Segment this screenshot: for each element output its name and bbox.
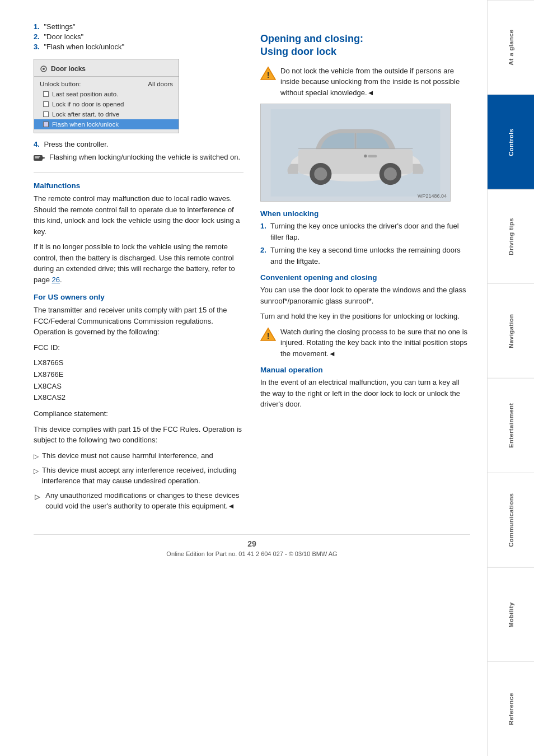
menu-screenshot: Door locks Unlock button: All doors Last…: [34, 59, 179, 133]
menu-row-4-selected: Flash when lock/unlock: [34, 119, 179, 129]
for-us-para1: The transmitter and receiver units compl…: [34, 305, 243, 338]
sidebar-tab-navigation[interactable]: Navigation: [488, 283, 534, 378]
fcc-id-2: LX8766E: [34, 369, 243, 381]
footer-text: Online Edition for Part no. 01 41 2 604 …: [34, 550, 470, 557]
svg-rect-18: [368, 155, 377, 157]
warning-text-2: Watch during the closing process to be s…: [280, 326, 470, 360]
checkbox-3: [43, 111, 49, 117]
menu-row-3: Lock after start. to drive: [34, 109, 179, 119]
malfunctions-heading: Malfunctions: [34, 181, 243, 190]
main-content: 1. "Settings" 2. "Door locks" 3. "Flash …: [0, 0, 487, 756]
convenient-para1: You can use the door lock to operate the…: [260, 284, 470, 306]
list-text-1: "Settings": [44, 22, 75, 31]
gear-icon: [40, 65, 48, 73]
svg-marker-5: [35, 495, 40, 500]
two-col-layout: 1. "Settings" 2. "Door locks" 3. "Flash …: [34, 22, 470, 517]
arrow-icon-2: ▷: [34, 466, 39, 476]
indicator-text: Flashing when locking/unlocking the vehi…: [49, 153, 240, 161]
manual-op-heading: Manual operation: [260, 366, 470, 374]
svg-point-1: [43, 68, 45, 70]
sidebar-tab-at-a-glance[interactable]: At a glance: [488, 0, 534, 95]
warning-box-2: ! Watch during the closing process to be…: [260, 326, 470, 360]
convenient-para2: Turn and hold the key in the positions f…: [260, 311, 470, 322]
step4-text: 4. Press the controller.: [34, 140, 243, 148]
info-box-fcc: Any unauthorized modifications or change…: [34, 490, 243, 512]
menu-row-label-1: Last seat position auto.: [52, 91, 118, 97]
unlock-step-2: 2. Turning the key a second time unlocks…: [260, 245, 470, 267]
checkbox-1: [43, 91, 49, 97]
sidebar-tab-controls[interactable]: Controls: [488, 95, 534, 189]
divider-1: [34, 172, 243, 172]
sidebar-tab-entertainment[interactable]: Entertainment: [488, 378, 534, 473]
compliance-label: Compliance statement:: [34, 408, 243, 419]
warning-triangle-icon-2: !: [260, 326, 276, 342]
bullet-2: ▷ This device must accept any interferen…: [34, 465, 243, 487]
svg-text:!: !: [267, 332, 270, 340]
warning-text-1: Do not lock the vehicle from the outside…: [280, 66, 470, 99]
fcc-id-label: FCC ID:: [34, 342, 243, 353]
menu-row-label-2: Lock if no door is opened: [52, 101, 124, 108]
menu-row-label-3: Lock after start. to drive: [52, 111, 119, 118]
car-image-label: WP21486.04: [418, 193, 447, 199]
svg-text:!: !: [267, 71, 270, 80]
unlock-step-1: 1. Turning the key once unlocks the driv…: [260, 221, 470, 242]
list-item-3: 3. "Flash when lock/unlock": [34, 43, 243, 51]
page-number: 29: [34, 539, 470, 548]
when-unlocking-steps: 1. Turning the key once unlocks the driv…: [260, 221, 470, 267]
right-column: Opening and closing: Using door lock ! D…: [260, 22, 470, 517]
convenient-heading: Convenient opening and closing: [260, 273, 470, 282]
sidebar-tab-driving-tips[interactable]: Driving tips: [488, 189, 534, 284]
malfunctions-para2: If it is no longer possible to lock the …: [34, 241, 243, 285]
warning-box-1: ! Do not lock the vehicle from the outsi…: [260, 66, 470, 99]
list-item-1: 1. "Settings": [34, 22, 243, 31]
list-item-2: 2. "Door locks": [34, 32, 243, 41]
svg-point-19: [364, 155, 367, 157]
opening-closing-heading: Opening and closing: Using door lock: [260, 32, 470, 59]
when-unlocking-heading: When unlocking: [260, 209, 470, 218]
indicator-icon: [34, 153, 46, 163]
sidebar-tab-mobility[interactable]: Mobility: [488, 567, 534, 662]
indicator-row: Flashing when locking/unlocking the vehi…: [34, 153, 243, 163]
menu-header-row: Unlock button: All doors: [34, 79, 179, 89]
menu-row-2: Lock if no door is opened: [34, 99, 179, 109]
warning-triangle-icon: !: [260, 66, 276, 81]
left-column: 1. "Settings" 2. "Door locks" 3. "Flash …: [34, 22, 243, 517]
manual-op-para: In the event of an electrical malfunctio…: [260, 377, 470, 410]
menu-unlock-label: Unlock button:: [40, 81, 81, 87]
svg-point-15: [314, 167, 327, 180]
checkbox-4: [43, 122, 49, 127]
list-num-3: 3.: [34, 43, 40, 51]
menu-title: Door locks: [34, 63, 179, 77]
step4-num: 4.: [34, 140, 40, 148]
sidebar: At a glance Controls Driving tips Naviga…: [487, 0, 534, 756]
list-num-1: 1.: [34, 22, 40, 31]
checkbox-2: [43, 101, 49, 107]
list-text-3: "Flash when lock/unlock": [44, 43, 124, 51]
fcc-id-3: LX8CAS: [34, 381, 243, 393]
car-svg: [270, 109, 441, 197]
bullet-1: ▷ This device must not cause harmful int…: [34, 450, 243, 461]
car-image: WP21486.04: [260, 104, 451, 202]
fcc-id-4: LX8CAS2: [34, 392, 243, 404]
arrow-icon-1: ▷: [34, 451, 39, 461]
numbered-list: 1. "Settings" 2. "Door locks" 3. "Flash …: [34, 22, 243, 51]
fcc-id-list: LX8766S LX8766E LX8CAS LX8CAS2: [34, 357, 243, 404]
page-footer: 29 Online Edition for Part no. 01 41 2 6…: [34, 534, 470, 557]
page-link-26[interactable]: 26: [52, 276, 60, 284]
menu-unlock-value: All doors: [148, 81, 173, 87]
sidebar-tab-communications[interactable]: Communications: [488, 473, 534, 567]
page-wrapper: 1. "Settings" 2. "Door locks" 3. "Flash …: [0, 0, 534, 756]
fcc-id-1: LX8766S: [34, 357, 243, 369]
list-text-2: "Door locks": [44, 32, 83, 41]
menu-row-1: Last seat position auto.: [34, 89, 179, 99]
menu-row-label-4: Flash when lock/unlock: [52, 121, 119, 128]
for-us-owners-heading: For US owners only: [34, 293, 243, 301]
list-num-2: 2.: [34, 32, 40, 41]
malfunctions-para1: The remote control may malfunction due t…: [34, 193, 243, 237]
svg-point-17: [384, 167, 397, 180]
play-triangle-icon: [34, 490, 41, 505]
sidebar-tab-reference[interactable]: Reference: [488, 661, 534, 756]
compliance-text: This device complies with part 15 of the…: [34, 424, 243, 446]
